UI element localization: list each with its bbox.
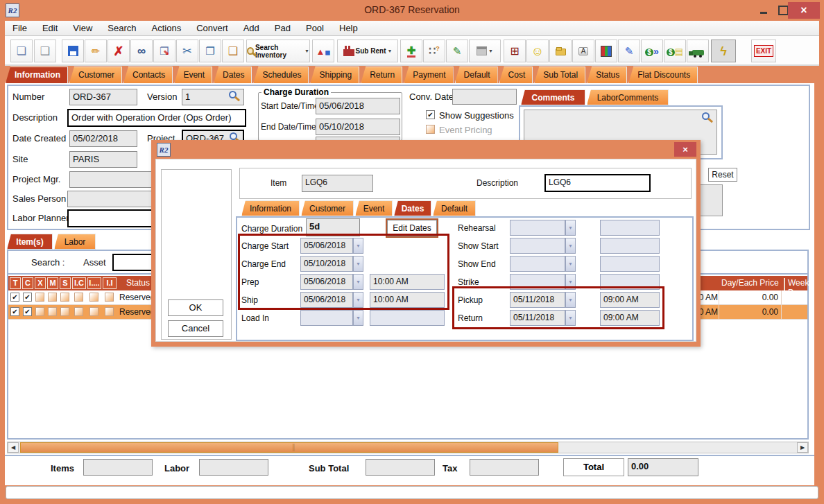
tab-sub-total[interactable]: Sub Total [534, 67, 585, 83]
tab-comments[interactable]: Comments [521, 89, 585, 105]
row-checkbox-ic[interactable] [74, 293, 83, 302]
toolbar-button-dollar-notes[interactable] [664, 40, 686, 62]
project-mgr-field[interactable] [69, 171, 161, 188]
horizontal-scrollbar[interactable]: ◀ ▶ [7, 442, 809, 453]
toolbar-button-quick-actions[interactable] [711, 40, 736, 62]
show-start-time[interactable] [600, 238, 660, 254]
toolbar-button-delete[interactable] [108, 40, 130, 62]
row-checkbox-s[interactable] [60, 293, 69, 302]
toolbar-button-transfer[interactable] [153, 40, 175, 62]
dialog-tab-event[interactable]: Event [355, 200, 393, 216]
scroll-left-icon[interactable]: ◀ [8, 442, 19, 453]
col-header-ii[interactable]: I.I [103, 277, 117, 289]
col-header-day-each-price[interactable]: Day/Each Price [721, 278, 785, 288]
row-checkbox-m[interactable] [48, 307, 57, 316]
rehearsal-dropdown-icon[interactable]: ▼ [565, 220, 576, 236]
tab-flat-discounts[interactable]: Flat Discounts [628, 67, 698, 83]
total-field[interactable]: 0.00 [628, 458, 698, 476]
menu-pool[interactable]: Pool [298, 23, 332, 33]
dialog-item-field[interactable]: LGQ6 [302, 175, 373, 192]
start-datetime-field[interactable]: 05/06/2018 [316, 98, 400, 114]
menu-actions[interactable]: Actions [144, 23, 189, 33]
rehearsal-time[interactable] [600, 220, 660, 236]
tab-cost[interactable]: Cost [499, 67, 533, 83]
dialog-description-field[interactable]: LGQ6 [544, 174, 651, 192]
row-checkbox-x[interactable] [35, 293, 44, 302]
tab-payment[interactable]: Payment [404, 67, 453, 83]
show-start-date[interactable] [510, 238, 565, 254]
col-header-c[interactable]: C [22, 277, 33, 289]
menu-add[interactable]: Add [236, 23, 267, 33]
reset-button[interactable]: Reset [708, 168, 737, 182]
tab-items[interactable]: Item(s) [7, 234, 53, 250]
scrollbar-thumb[interactable] [20, 442, 558, 453]
tab-labor-comments[interactable]: LaborComments [587, 89, 669, 105]
comments-zoom-icon[interactable] [702, 112, 710, 120]
toolbar-button-notes[interactable] [446, 40, 468, 62]
load-in-time[interactable] [370, 310, 445, 326]
row-checkbox-c[interactable] [23, 293, 32, 302]
row-checkbox-t[interactable] [10, 307, 19, 316]
row-checkbox-ii[interactable] [105, 293, 114, 302]
show-suggestions-checkbox[interactable] [426, 110, 435, 119]
tab-status[interactable]: Status [587, 67, 627, 83]
tab-shipping[interactable]: Shipping [310, 67, 359, 83]
date-created-field[interactable]: 05/02/2018 [69, 130, 137, 147]
close-button[interactable]: × [788, 2, 820, 19]
col-header-x[interactable]: X [35, 277, 46, 289]
toolbar-button-add[interactable] [400, 40, 422, 62]
toolbar-button-exit[interactable]: EXIT [751, 40, 776, 62]
toolbar-button-paste[interactable] [222, 40, 244, 62]
toolbar-button-edit[interactable] [85, 40, 107, 62]
load-in-date[interactable] [300, 310, 353, 326]
cancel-button[interactable]: Cancel [168, 320, 223, 337]
tab-default[interactable]: Default [455, 67, 498, 83]
show-start-dropdown-icon[interactable]: ▼ [565, 238, 576, 254]
menu-help[interactable]: Help [332, 23, 366, 33]
row-checkbox-s[interactable] [60, 307, 69, 316]
dialog-tab-information[interactable]: Information [241, 200, 300, 216]
toolbar-button-inventory-cube[interactable] [595, 40, 617, 62]
row-checkbox-c[interactable] [23, 307, 32, 316]
labor-planner-field[interactable] [67, 209, 161, 227]
menu-view[interactable]: View [65, 23, 100, 33]
col-header-idots[interactable]: I.... [87, 277, 101, 289]
project-lookup-icon[interactable] [230, 132, 237, 140]
menu-edit[interactable]: Edit [35, 23, 65, 33]
event-pricing-checkbox[interactable] [426, 125, 435, 134]
toolbar-button-calendar[interactable]: ▼ [469, 40, 501, 62]
toolbar-button-org-chart[interactable] [504, 40, 526, 62]
toolbar-button-search-inventory[interactable]: Search Inventory ▼ [246, 40, 310, 62]
col-header-t[interactable]: T [10, 277, 21, 289]
toolbar-button-dollar-forward[interactable] [641, 40, 663, 62]
row-checkbox-ii[interactable] [105, 307, 114, 316]
minimize-button[interactable] [755, 2, 773, 19]
site-field[interactable]: PARIS [69, 151, 137, 168]
col-header-status[interactable]: Status [118, 278, 150, 288]
toolbar-button-cut[interactable] [176, 40, 198, 62]
tab-dates[interactable]: Dates [214, 67, 252, 83]
toolbar-button-new[interactable] [10, 40, 33, 62]
row-checkbox-idots[interactable] [89, 307, 98, 316]
items-total-field[interactable] [83, 459, 153, 476]
toolbar-button-group-query[interactable] [423, 40, 445, 62]
conv-date-field[interactable] [452, 89, 517, 105]
version-lookup-icon[interactable] [229, 91, 237, 98]
scroll-right-icon[interactable]: ▶ [797, 442, 808, 453]
dialog-close-button[interactable]: × [674, 142, 696, 157]
ok-button[interactable]: OK [168, 299, 223, 316]
row-checkbox-x[interactable] [35, 307, 44, 316]
tab-return[interactable]: Return [361, 67, 402, 83]
col-header-m[interactable]: M [47, 277, 58, 289]
labor-total-field[interactable] [199, 459, 268, 476]
load-in-dropdown-icon[interactable]: ▼ [353, 310, 363, 326]
toolbar-button-sub-rent[interactable]: Sub Rent ▼ [337, 40, 398, 62]
col-header-s[interactable]: S [60, 277, 71, 289]
show-end-dropdown-icon[interactable]: ▼ [565, 256, 576, 272]
number-field[interactable]: ORD-367 [69, 89, 137, 105]
menu-file[interactable]: File [5, 23, 35, 33]
tab-schedules[interactable]: Schedules [253, 67, 309, 83]
show-end-date[interactable] [510, 256, 565, 272]
dialog-tab-customer[interactable]: Customer [301, 200, 354, 216]
rehearsal-date[interactable] [510, 220, 565, 236]
